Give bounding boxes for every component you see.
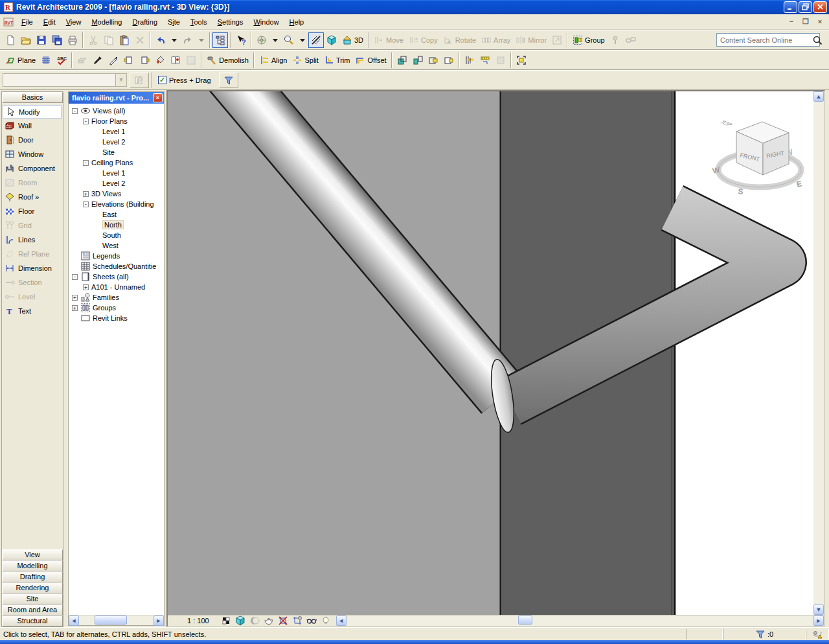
scroll-left-icon[interactable]: ◄ bbox=[336, 615, 346, 626]
tree-item-site[interactable]: Site bbox=[69, 147, 164, 157]
paint-button[interactable] bbox=[152, 52, 168, 68]
designbar-tab-room-and-area[interactable]: Room and Area bbox=[2, 604, 63, 615]
scroll-down-icon[interactable]: ▼ bbox=[813, 604, 824, 615]
restore-button[interactable] bbox=[799, 1, 812, 13]
content-search-box[interactable] bbox=[716, 33, 820, 47]
tree-collapse-icon[interactable]: - bbox=[72, 274, 78, 280]
crop-view-button[interactable] bbox=[277, 615, 290, 626]
beam-joins-button[interactable] bbox=[477, 52, 493, 68]
help-select-button[interactable]: ? bbox=[233, 32, 249, 48]
print-button[interactable] bbox=[65, 32, 80, 48]
demolish-button[interactable]: Demolish bbox=[204, 52, 251, 68]
tree-item-families[interactable]: +Families bbox=[69, 292, 164, 303]
menu-help[interactable]: Help bbox=[284, 16, 310, 28]
opening-button[interactable] bbox=[168, 52, 183, 68]
save-group-button[interactable] bbox=[49, 32, 65, 48]
cut-section-button[interactable] bbox=[137, 52, 152, 68]
designbar-item-wall[interactable]: Wall bbox=[2, 119, 63, 133]
scroll-right-icon[interactable]: ► bbox=[153, 615, 164, 626]
scroll-left-icon[interactable]: ◄ bbox=[69, 615, 79, 626]
rendering-button[interactable] bbox=[262, 615, 275, 626]
undo-button[interactable] bbox=[153, 32, 168, 48]
tree-collapse-icon[interactable]: - bbox=[83, 160, 89, 166]
join-geometry-button[interactable] bbox=[394, 52, 410, 68]
selection-filter-button[interactable] bbox=[219, 73, 238, 88]
shaded-view-button[interactable] bbox=[324, 32, 339, 48]
zoom-button[interactable] bbox=[281, 32, 297, 48]
menu-settings[interactable]: Settings bbox=[212, 16, 249, 28]
mdi-close-button[interactable]: × bbox=[816, 17, 824, 26]
default-3d-view-button[interactable]: 3D bbox=[339, 32, 366, 48]
menu-view[interactable]: View bbox=[61, 16, 87, 28]
dynamically-modify-view-button[interactable] bbox=[254, 32, 269, 48]
tree-collapse-icon[interactable]: - bbox=[83, 119, 89, 124]
close-button[interactable] bbox=[813, 1, 827, 13]
browser-hscrollbar[interactable]: ◄ ► bbox=[69, 615, 164, 625]
trim-button[interactable]: Trim bbox=[321, 52, 353, 68]
view-scale[interactable]: 1 : 100 bbox=[172, 617, 218, 625]
open-button[interactable] bbox=[18, 32, 34, 48]
tree-item-east[interactable]: East bbox=[69, 209, 164, 220]
tree-expand-icon[interactable]: + bbox=[72, 295, 78, 301]
undo-dropdown[interactable] bbox=[168, 32, 180, 48]
menu-edit[interactable]: Edit bbox=[38, 16, 61, 28]
minimize-button[interactable] bbox=[784, 1, 797, 13]
tree-item-north[interactable]: North bbox=[69, 220, 164, 230]
new-button[interactable] bbox=[3, 32, 18, 48]
split-button[interactable]: Split bbox=[290, 52, 321, 68]
linework-button[interactable] bbox=[106, 52, 121, 68]
work-grid-button[interactable] bbox=[38, 52, 54, 68]
menu-site[interactable]: Site bbox=[163, 16, 185, 28]
tree-collapse-icon[interactable]: - bbox=[83, 201, 89, 207]
scroll-up-icon[interactable]: ▲ bbox=[813, 91, 824, 102]
mdi-restore-button[interactable]: ❐ bbox=[802, 17, 810, 26]
project-browser-toggle[interactable] bbox=[212, 32, 228, 48]
tree-expand-icon[interactable]: + bbox=[72, 305, 78, 311]
drawing-area[interactable]: W S E N TOP FRONT RIGHT ▲ ▼ 1 : 100 bbox=[166, 90, 825, 627]
canvas-vscrollbar[interactable]: ▲ ▼ bbox=[813, 91, 824, 615]
work-plane-button[interactable]: Plane bbox=[3, 52, 38, 68]
section-box-button[interactable] bbox=[514, 52, 529, 68]
designbar-item-door[interactable]: Door bbox=[2, 133, 63, 147]
designbar-item-roof[interactable]: Roof » bbox=[2, 190, 63, 204]
designbar-item-component[interactable]: Component bbox=[2, 161, 63, 176]
crop-region-visibility-button[interactable] bbox=[291, 615, 304, 626]
design-bar-header-basics[interactable]: Basics bbox=[2, 92, 63, 103]
zoom-dropdown[interactable] bbox=[297, 32, 308, 48]
designbar-item-dimension[interactable]: Dimension bbox=[2, 261, 63, 275]
mdi-minimize-button[interactable]: − bbox=[788, 17, 795, 26]
save-button[interactable] bbox=[34, 32, 49, 48]
tree-item-floor-plans[interactable]: -Floor Plans bbox=[69, 116, 164, 126]
designbar-item-floor[interactable]: Floor bbox=[2, 204, 63, 218]
shadows-button[interactable] bbox=[248, 615, 261, 626]
designbar-tab-modelling[interactable]: Modelling bbox=[2, 560, 63, 571]
designbar-tab-rendering[interactable]: Rendering bbox=[2, 582, 63, 593]
tree-item-legends[interactable]: Legends bbox=[69, 251, 164, 261]
tree-expand-icon[interactable]: + bbox=[83, 284, 89, 290]
tree-collapse-icon[interactable]: - bbox=[72, 108, 78, 114]
temporary-hide-isolate-button[interactable] bbox=[319, 615, 332, 626]
designbar-item-text[interactable]: TText bbox=[2, 304, 63, 318]
menu-drafting[interactable]: Drafting bbox=[127, 16, 163, 28]
offset-button[interactable]: Offset bbox=[352, 52, 389, 68]
designbar-item-modify[interactable]: Modify bbox=[3, 105, 62, 119]
tree-item-groups[interactable]: +Groups bbox=[69, 303, 164, 313]
tree-item-schedules-quantitie[interactable]: Schedules/Quantitie bbox=[69, 261, 164, 271]
tree-item-level-1[interactable]: Level 1 bbox=[69, 168, 164, 178]
filter-funnel-icon[interactable] bbox=[755, 629, 766, 639]
communication-center-icon[interactable] bbox=[812, 629, 823, 639]
designbar-tab-site[interactable]: Site bbox=[2, 593, 63, 604]
press-drag-checkbox[interactable]: ✓ Press + Drag bbox=[158, 76, 211, 84]
designbar-tab-drafting[interactable]: Drafting bbox=[2, 571, 63, 582]
menu-tools[interactable]: Tools bbox=[185, 16, 212, 28]
designbar-tab-structural[interactable]: Structural bbox=[2, 615, 63, 627]
cut-plan-button[interactable] bbox=[121, 52, 137, 68]
tree-item-level-1[interactable]: Level 1 bbox=[69, 126, 164, 137]
designbar-tab-view[interactable]: View bbox=[2, 549, 63, 560]
paste-button[interactable] bbox=[117, 32, 132, 48]
project-browser-close-button[interactable]: × bbox=[153, 93, 163, 102]
cut-geometry-button[interactable] bbox=[426, 52, 441, 68]
align-button[interactable]: Align bbox=[256, 52, 290, 68]
tree-item-south[interactable]: South bbox=[69, 230, 164, 240]
tree-item-ceiling-plans[interactable]: -Ceiling Plans bbox=[69, 157, 164, 168]
